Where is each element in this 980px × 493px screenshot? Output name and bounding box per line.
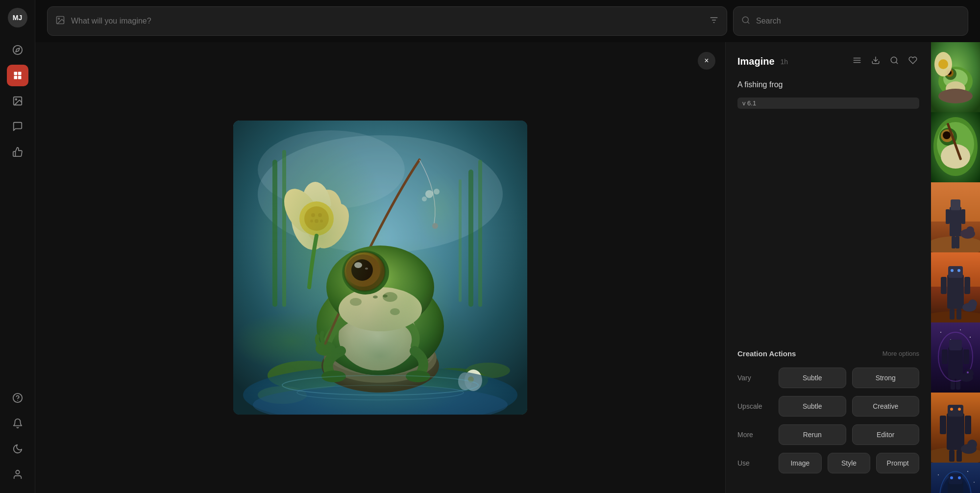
search-input[interactable] (756, 17, 960, 25)
svg-point-36 (324, 334, 437, 383)
svg-point-26 (268, 361, 346, 390)
use-style-button[interactable]: Style (828, 453, 871, 473)
rerun-button[interactable]: Rerun (779, 424, 846, 445)
spacer (737, 121, 919, 349)
more-label: More (737, 431, 773, 439)
svg-point-155 (974, 482, 975, 483)
svg-point-74 (422, 197, 427, 201)
svg-point-55 (383, 292, 397, 302)
svg-point-56 (350, 298, 362, 306)
upscale-label: Upscale (737, 402, 773, 410)
svg-point-47 (339, 287, 422, 331)
download-button[interactable] (869, 54, 882, 69)
more-options-link[interactable]: More options (882, 350, 919, 357)
sidebar-item-help[interactable] (7, 387, 28, 409)
svg-point-69 (315, 219, 318, 223)
svg-point-122 (957, 269, 960, 272)
svg-rect-18 (233, 121, 527, 415)
svg-point-45 (406, 370, 430, 382)
creation-actions-title: Creation Actions (737, 349, 796, 358)
svg-point-20 (258, 130, 405, 209)
topbar (35, 0, 980, 42)
svg-point-29 (466, 363, 510, 378)
sidebar-item-notifications[interactable] (7, 413, 28, 434)
svg-point-161 (958, 476, 961, 479)
svg-point-160 (950, 476, 953, 479)
frog-artwork (233, 121, 527, 415)
sidebar-item-chat[interactable] (7, 116, 28, 137)
svg-point-42 (316, 341, 335, 356)
svg-point-90 (938, 89, 973, 103)
sidebar-item-images[interactable] (7, 90, 28, 112)
svg-line-82 (896, 62, 897, 63)
svg-rect-25 (459, 179, 462, 302)
prompt-input[interactable] (71, 17, 703, 25)
svg-point-54 (344, 252, 385, 291)
use-image-button[interactable]: Image (779, 453, 822, 473)
svg-rect-24 (478, 160, 482, 307)
main-image[interactable] (233, 121, 527, 415)
svg-rect-3 (18, 72, 21, 75)
svg-rect-22 (282, 150, 286, 307)
svg-point-151 (967, 440, 977, 449)
svg-line-17 (747, 22, 749, 23)
thumbnail-6[interactable] (931, 393, 980, 463)
svg-point-60 (286, 193, 333, 254)
svg-point-154 (967, 471, 968, 472)
svg-rect-2 (14, 72, 17, 75)
svg-rect-146 (949, 450, 955, 462)
svg-point-138 (965, 369, 974, 378)
editor-button[interactable]: Editor (852, 424, 920, 445)
svg-rect-118 (964, 277, 970, 294)
svg-point-41 (339, 302, 417, 370)
thumbnail-3[interactable] (931, 182, 980, 252)
thumbnail-2[interactable] (931, 112, 980, 182)
svg-rect-130 (948, 347, 963, 379)
user-avatar[interactable]: MJ (8, 8, 27, 27)
sidebar-item-explore[interactable] (7, 39, 28, 61)
svg-point-7 (15, 99, 17, 100)
svg-point-33 (243, 366, 517, 415)
svg-rect-131 (949, 340, 962, 350)
thumbnail-5[interactable] (931, 322, 980, 393)
use-label: Use (737, 459, 773, 467)
upscale-subtle-button[interactable]: Subtle (779, 396, 846, 417)
sidebar-item-liked[interactable] (7, 141, 28, 163)
thumbnail-4[interactable] (931, 252, 980, 322)
svg-point-10 (16, 470, 19, 474)
vary-strong-button[interactable]: Strong (852, 368, 920, 388)
svg-point-35 (321, 339, 439, 393)
filter-icon[interactable] (709, 15, 719, 27)
thumbnail-7[interactable] (931, 463, 980, 493)
sidebar-item-darkmode[interactable] (7, 438, 28, 460)
svg-marker-1 (16, 48, 20, 52)
close-button[interactable]: × (698, 52, 715, 70)
svg-point-57 (390, 308, 400, 315)
svg-point-37 (326, 331, 434, 375)
svg-point-52 (354, 262, 362, 268)
svg-rect-115 (947, 274, 964, 309)
image-viewer: × (35, 42, 725, 493)
heart-button[interactable] (906, 54, 919, 69)
svg-rect-106 (946, 209, 950, 224)
thumbnail-strip (931, 42, 980, 493)
detail-actions (851, 54, 919, 69)
svg-point-124 (968, 299, 977, 308)
sidebar-item-profile[interactable] (7, 464, 28, 485)
search-detail-button[interactable] (888, 54, 901, 69)
vary-subtle-button[interactable]: Subtle (779, 368, 846, 388)
menu-button[interactable] (851, 54, 863, 69)
svg-rect-104 (950, 207, 961, 236)
search-bar (733, 6, 968, 36)
use-prompt-button[interactable]: Prompt (876, 453, 919, 473)
svg-point-139 (967, 371, 969, 373)
detail-header: Imagine 1h (737, 54, 919, 69)
creation-actions-header: Creation Actions More options (737, 349, 919, 358)
main-area: × (35, 0, 980, 493)
upscale-creative-button[interactable]: Creative (852, 396, 920, 417)
svg-point-27 (419, 368, 488, 393)
search-icon (741, 16, 750, 27)
sidebar-item-midjourney[interactable] (7, 65, 28, 86)
svg-rect-5 (18, 76, 21, 79)
thumbnail-1[interactable] (931, 42, 980, 112)
